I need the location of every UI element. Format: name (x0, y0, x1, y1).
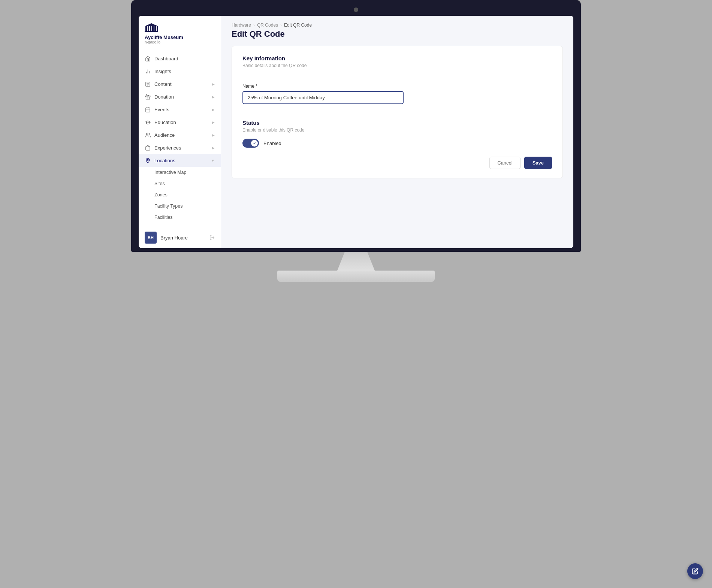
fab-edit-button[interactable] (687, 563, 703, 579)
status-description: Enable or disable this QR code (242, 127, 552, 133)
logo-pillars (145, 23, 158, 34)
sidebar-item-content[interactable]: Content ▶ (139, 78, 221, 90)
sidebar-footer: BH Bryan Hoare (139, 227, 221, 248)
sidebar-item-label-insights: Insights (154, 69, 171, 74)
svg-rect-3 (150, 26, 151, 31)
monitor-wrapper: Aycliffe Museum n-gage.io Dashboard (131, 0, 581, 282)
chevron-right-icon-audience: ▶ (212, 133, 215, 137)
monitor-neck (319, 252, 393, 271)
sidebar-item-label-dashboard: Dashboard (154, 56, 178, 61)
sidebar-nav: Dashboard Insights Content (139, 49, 221, 227)
chevron-right-icon: ▶ (212, 82, 215, 86)
page-title: Edit QR Code (221, 29, 573, 46)
svg-rect-2 (148, 26, 149, 31)
sidebar-item-label-experiences: Experiences (154, 145, 181, 151)
star-icon (145, 145, 151, 151)
enabled-toggle[interactable]: ✓ (242, 139, 259, 148)
sidebar-item-label-content: Content (154, 81, 172, 87)
sidebar-item-label-donation: Donation (154, 94, 174, 100)
sidebar-sub-label-sites: Sites (154, 181, 165, 186)
breadcrumb-sep-2: › (280, 22, 282, 28)
chevron-right-icon-education: ▶ (212, 120, 215, 124)
chevron-right-icon-events: ▶ (212, 108, 215, 112)
pin-icon (145, 157, 151, 163)
sidebar-logo: Aycliffe Museum n-gage.io (139, 16, 221, 49)
svg-rect-0 (145, 31, 158, 32)
home-icon (145, 55, 151, 61)
sidebar-sub-item-sites[interactable]: Sites (139, 178, 221, 189)
toggle-label: Enabled (263, 141, 281, 146)
svg-rect-1 (145, 26, 147, 31)
breadcrumb-hardware[interactable]: Hardware (232, 22, 251, 28)
logo-icon (145, 23, 215, 34)
svg-rect-4 (152, 26, 154, 31)
graduation-icon (145, 119, 151, 125)
document-icon (145, 81, 151, 87)
sidebar-sub-item-facility-types[interactable]: Facility Types (139, 200, 221, 212)
sidebar-item-education[interactable]: Education ▶ (139, 116, 221, 129)
breadcrumb: Hardware › QR Codes › Edit QR Code (221, 16, 573, 29)
main-content: Hardware › QR Codes › Edit QR Code Edit … (221, 16, 573, 248)
svg-rect-6 (157, 26, 158, 31)
sidebar-sub-item-facilities[interactable]: Facilities (139, 212, 221, 223)
chevron-down-icon-locations: ▼ (211, 159, 215, 163)
sidebar-item-dashboard[interactable]: Dashboard (139, 52, 221, 65)
status-title: Status (242, 120, 552, 126)
sidebar-item-events[interactable]: Events ▶ (139, 103, 221, 116)
sidebar-item-experiences[interactable]: Experiences ▶ (139, 141, 221, 154)
key-info-description: Basic details about the QR code (242, 63, 552, 68)
sidebar-item-insights[interactable]: Insights (139, 65, 221, 78)
sidebar-sub-label-facility-types: Facility Types (154, 203, 183, 209)
calendar-icon (145, 106, 151, 112)
sidebar-item-label-education: Education (154, 120, 176, 125)
breadcrumb-qr-codes[interactable]: QR Codes (257, 22, 278, 28)
cancel-button[interactable]: Cancel (489, 157, 520, 169)
card-actions: Cancel Save (242, 157, 552, 169)
chevron-right-icon-donation: ▶ (212, 95, 215, 99)
sidebar-item-label-audience: Audience (154, 132, 175, 138)
monitor-base (277, 271, 435, 282)
key-information-card: Key Information Basic details about the … (232, 46, 563, 178)
section-divider-2 (242, 112, 552, 112)
sidebar-sub-label-interactive-map: Interactive Map (154, 170, 186, 175)
toggle-row: ✓ Enabled (242, 139, 552, 148)
svg-rect-5 (154, 26, 156, 31)
svg-rect-17 (145, 108, 150, 112)
key-info-title: Key Information (242, 55, 552, 61)
logo-museum-name: Aycliffe Museum (145, 34, 215, 40)
sidebar-sub-item-zones[interactable]: Zones (139, 189, 221, 200)
sidebar-sub-item-interactive-map[interactable]: Interactive Map (139, 167, 221, 178)
toggle-track: ✓ (242, 139, 259, 148)
gift-icon (145, 94, 151, 100)
logo-subtitle: n-gage.io (145, 40, 215, 44)
breadcrumb-sep-1: › (253, 22, 255, 28)
sidebar-item-label-events: Events (154, 107, 169, 112)
user-name: Bryan Hoare (160, 235, 206, 241)
chevron-right-icon-experiences: ▶ (212, 146, 215, 150)
sidebar-item-label-locations: Locations (154, 158, 175, 163)
sidebar-item-donation[interactable]: Donation ▶ (139, 90, 221, 103)
name-label: Name * (242, 84, 552, 89)
avatar: BH (145, 232, 157, 244)
sidebar-sub-label-facilities: Facilities (154, 215, 173, 220)
save-button[interactable]: Save (524, 157, 552, 169)
svg-point-22 (147, 159, 148, 160)
toggle-thumb: ✓ (251, 140, 258, 147)
sidebar-sub-label-zones: Zones (154, 192, 168, 197)
sidebar: Aycliffe Museum n-gage.io Dashboard (139, 16, 221, 248)
chart-icon (145, 68, 151, 74)
svg-marker-7 (145, 23, 158, 26)
app-container: Aycliffe Museum n-gage.io Dashboard (139, 16, 573, 248)
logout-icon[interactable] (209, 235, 215, 240)
section-divider (242, 76, 552, 76)
sidebar-item-locations[interactable]: Locations ▼ (139, 154, 221, 167)
breadcrumb-current: Edit QR Code (284, 22, 312, 28)
name-input[interactable] (242, 91, 404, 104)
svg-point-21 (146, 133, 148, 135)
sidebar-item-audience[interactable]: Audience ▶ (139, 129, 221, 141)
monitor-screen: Aycliffe Museum n-gage.io Dashboard (131, 0, 581, 252)
toggle-check-icon: ✓ (253, 141, 256, 145)
users-icon (145, 132, 151, 138)
